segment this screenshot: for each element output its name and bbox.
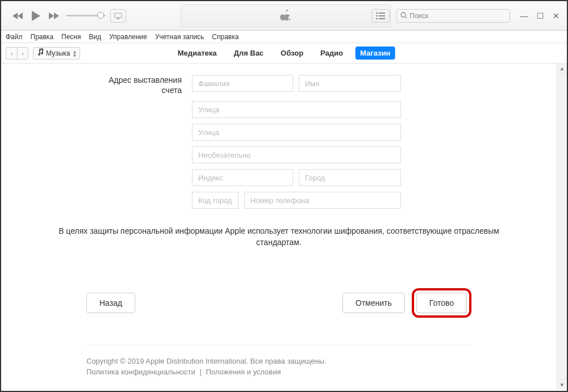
- app-window: Поиск — ☐ ✕ Файл Правка Песня Вид Управл…: [0, 0, 568, 392]
- list-view-button[interactable]: [371, 9, 390, 23]
- area-code-field[interactable]: [192, 192, 239, 209]
- privacy-note: В целях защиты персональной информации A…: [1, 226, 557, 248]
- lcd-display: [181, 5, 391, 27]
- tab-radio[interactable]: Радио: [316, 47, 348, 60]
- footer-divider: [86, 345, 471, 345]
- volume-slider[interactable]: [66, 15, 106, 16]
- privacy-policy-link[interactable]: Политика конфиденциальности: [86, 368, 195, 376]
- svg-rect-6: [379, 18, 385, 19]
- media-selector[interactable]: Музыка ▴▾: [33, 47, 80, 60]
- menu-song[interactable]: Песня: [61, 33, 81, 41]
- close-button[interactable]: ✕: [550, 11, 562, 20]
- volume-track[interactable]: [66, 15, 106, 16]
- menu-controls[interactable]: Управление: [109, 33, 147, 41]
- tab-store[interactable]: Магазин: [356, 47, 395, 60]
- content-area: Адрес выставления счета: [1, 64, 557, 391]
- svg-point-7: [401, 12, 406, 17]
- billing-address-label-line2: счета: [162, 86, 182, 95]
- svg-rect-0: [115, 13, 122, 18]
- svg-line-8: [405, 16, 407, 18]
- menubar: Файл Правка Песня Вид Управление Учетная…: [1, 31, 567, 43]
- apple-logo-icon: [280, 8, 291, 24]
- nav-back-button[interactable]: ‹: [6, 47, 17, 60]
- svg-rect-2: [379, 12, 385, 14]
- copyright-text: Copyright © 2019 Apple Distribution Inte…: [86, 356, 471, 367]
- menu-edit[interactable]: Правка: [31, 33, 54, 41]
- lastname-field[interactable]: [192, 75, 293, 92]
- phone-field[interactable]: [244, 192, 401, 209]
- svg-rect-3: [376, 15, 378, 16]
- firstname-field[interactable]: [299, 75, 401, 92]
- svg-rect-4: [379, 15, 385, 16]
- playback-controls: [12, 10, 59, 22]
- volume-thumb[interactable]: [97, 12, 104, 19]
- maximize-button[interactable]: ☐: [534, 11, 546, 20]
- cancel-button[interactable]: Отменить: [343, 293, 405, 313]
- billing-address-form: Адрес выставления счета: [1, 64, 557, 209]
- titlebar-right: Поиск — ☐ ✕: [371, 1, 562, 31]
- music-note-icon: [37, 48, 46, 58]
- optional-field[interactable]: [192, 146, 401, 163]
- postal-code-field[interactable]: [192, 169, 293, 186]
- menu-view[interactable]: Вид: [89, 33, 102, 41]
- vertical-scrollbar[interactable]: ▲ ▼: [557, 64, 567, 390]
- footer-separator: |: [199, 368, 201, 376]
- tab-foryou[interactable]: Для Вас: [229, 47, 269, 60]
- next-track-icon[interactable]: [48, 12, 59, 20]
- terms-link[interactable]: Положения и условия: [206, 368, 281, 376]
- button-row: Назад Отменить Готово: [1, 288, 557, 318]
- tab-library[interactable]: Медиатека: [173, 47, 222, 60]
- svg-rect-1: [376, 12, 378, 14]
- scroll-down-button[interactable]: ▼: [557, 380, 567, 390]
- nav-forward-button[interactable]: ›: [17, 47, 28, 60]
- back-button[interactable]: Назад: [86, 293, 135, 313]
- minimize-button[interactable]: —: [518, 11, 531, 20]
- done-button[interactable]: Готово: [416, 293, 467, 313]
- navbar: ‹ › Музыка ▴▾ Медиатека Для Вас Обзор Ра…: [1, 43, 567, 64]
- airplay-button[interactable]: [110, 9, 126, 23]
- menu-file[interactable]: Файл: [6, 33, 23, 41]
- search-input[interactable]: Поиск: [396, 9, 510, 23]
- search-icon: [400, 12, 410, 20]
- svg-rect-5: [376, 18, 378, 19]
- billing-address-label: Адрес выставления счета: [1, 75, 192, 95]
- media-selector-label: Музыка: [46, 49, 70, 57]
- menu-account[interactable]: Учетная запись: [155, 33, 204, 41]
- previous-track-icon[interactable]: [12, 12, 24, 20]
- street2-field[interactable]: [192, 124, 401, 141]
- menu-help[interactable]: Справка: [212, 33, 239, 41]
- chevron-updown-icon: ▴▾: [73, 49, 76, 57]
- scroll-up-button[interactable]: ▲: [557, 64, 567, 74]
- tab-browse[interactable]: Обзор: [276, 47, 308, 60]
- street-field[interactable]: [192, 101, 401, 118]
- city-field[interactable]: [299, 169, 401, 186]
- footer: Copyright © 2019 Apple Distribution Inte…: [86, 356, 471, 378]
- titlebar: Поиск — ☐ ✕: [1, 1, 567, 31]
- play-icon[interactable]: [31, 10, 41, 22]
- nav-tabs: Медиатека Для Вас Обзор Радио Магазин: [173, 47, 395, 60]
- billing-address-label-line1: Адрес выставления: [108, 75, 182, 85]
- search-placeholder: Поиск: [410, 12, 428, 20]
- nav-arrows: ‹ ›: [6, 47, 28, 60]
- done-button-highlight: Готово: [412, 288, 471, 318]
